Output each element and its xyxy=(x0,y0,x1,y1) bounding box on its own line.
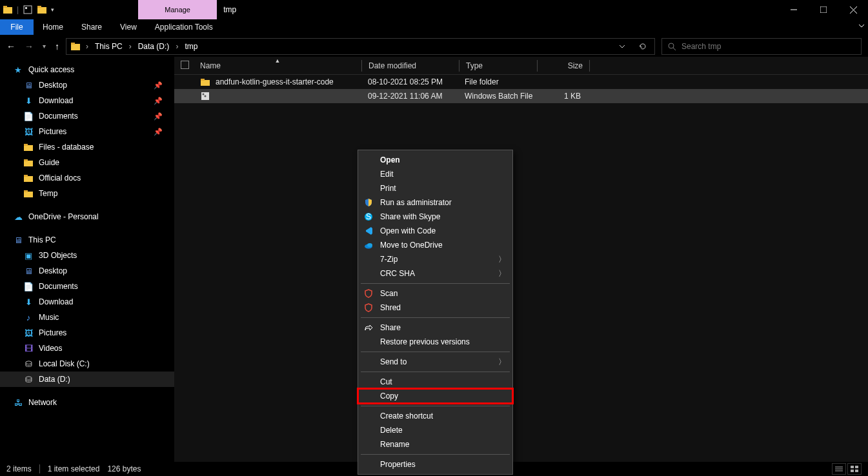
ribbon-expand-icon[interactable] xyxy=(858,22,865,30)
context-menu-share[interactable]: Share xyxy=(358,321,512,335)
pin-icon: 📌 xyxy=(154,81,163,90)
breadcrumb-drive[interactable]: Data (D:) xyxy=(136,42,172,51)
svg-rect-38 xyxy=(855,470,858,472)
tree-quick-access[interactable]: ★ Quick access xyxy=(0,62,174,77)
menu-share[interactable]: Share xyxy=(72,19,111,35)
context-menu-open-with-code[interactable]: Open with Code xyxy=(358,224,512,238)
tree-this-pc[interactable]: 🖥 This PC xyxy=(0,232,174,248)
pin-icon: 📌 xyxy=(154,128,163,136)
context-menu-label: Share with Skype xyxy=(380,212,440,221)
context-menu-shred[interactable]: Shred xyxy=(358,301,512,315)
minimize-button[interactable] xyxy=(779,0,809,19)
sidebar-item-data-d-[interactable]: ⛁Data (D:) xyxy=(0,372,174,387)
sidebar-item-download[interactable]: ⬇Download xyxy=(0,294,174,310)
context-menu-separator xyxy=(361,283,510,284)
context-menu-send-to[interactable]: Send to〉 xyxy=(358,355,512,369)
sidebar-item-pictures[interactable]: 🖼Pictures xyxy=(0,325,174,341)
sidebar-item-music[interactable]: ♪Music xyxy=(0,310,174,325)
ribbon-contextual-tab[interactable]: Manage xyxy=(138,0,217,19)
sidebar-item-pictures[interactable]: 🖼Pictures📌 xyxy=(0,124,174,139)
context-menu-label: Send to xyxy=(380,357,407,366)
context-menu-label: Properties xyxy=(380,460,416,469)
tree-label: Pictures xyxy=(39,127,66,136)
menu-home[interactable]: Home xyxy=(34,19,72,35)
context-menu-share-with-skype[interactable]: SShare with Skype xyxy=(358,210,512,224)
context-menu-cut[interactable]: Cut xyxy=(358,375,512,389)
context-menu-print[interactable]: Print xyxy=(358,181,512,195)
context-menu-delete[interactable]: Delete xyxy=(358,423,512,437)
context-menu-scan[interactable]: Scan xyxy=(358,286,512,301)
sidebar-item-desktop[interactable]: 🖥Desktop xyxy=(0,263,174,279)
sidebar-item-files-database[interactable]: Files - database xyxy=(0,139,174,155)
sidebar-item-desktop[interactable]: 🖥Desktop📌 xyxy=(0,77,174,93)
thumbnails-view-button[interactable] xyxy=(847,463,862,475)
qat-new-folder-icon[interactable] xyxy=(37,5,47,15)
breadcrumb[interactable]: › This PC › Data (D:) › tmp xyxy=(66,38,655,55)
column-type[interactable]: Type xyxy=(459,61,537,70)
sidebar-item-documents[interactable]: 📄Documents📌 xyxy=(0,108,174,124)
tree-label: Files - database xyxy=(39,143,94,152)
qat-dropdown-icon[interactable]: ▾ xyxy=(51,6,54,13)
context-menu-properties[interactable]: Properties xyxy=(358,457,512,471)
context-menu-copy[interactable]: Copy xyxy=(358,389,512,403)
context-menu-label: Open with Code xyxy=(380,226,436,235)
pin-icon: 📌 xyxy=(154,97,163,105)
svg-point-12 xyxy=(669,43,674,48)
back-button[interactable]: ← xyxy=(6,41,15,52)
sidebar-item-download[interactable]: ⬇Download📌 xyxy=(0,93,174,108)
context-menu-crc-sha[interactable]: CRC SHA〉 xyxy=(358,266,512,281)
submenu-arrow-icon: 〉 xyxy=(498,254,506,265)
shield-icon xyxy=(363,197,374,208)
onedrive-icon xyxy=(363,240,374,250)
menu-view[interactable]: View xyxy=(111,19,146,35)
svg-rect-37 xyxy=(851,470,854,472)
column-size[interactable]: Size xyxy=(538,61,589,70)
search-box[interactable] xyxy=(661,38,862,55)
svg-rect-10 xyxy=(71,44,80,50)
tree-onedrive[interactable]: ☁ OneDrive - Personal xyxy=(0,209,174,224)
maximize-button[interactable] xyxy=(809,0,838,19)
column-checkbox[interactable] xyxy=(174,61,194,71)
context-menu-move-to-onedrive[interactable]: Move to OneDrive xyxy=(358,238,512,252)
search-input[interactable] xyxy=(681,42,856,51)
svg-point-25 xyxy=(203,94,205,95)
sidebar-item-videos[interactable]: 🎞Videos xyxy=(0,341,174,356)
address-history-icon[interactable] xyxy=(613,43,631,50)
menu-application-tools[interactable]: Application Tools xyxy=(146,19,222,35)
breadcrumb-this-pc[interactable]: This PC xyxy=(92,42,125,51)
sidebar-item-guide[interactable]: Guide xyxy=(0,155,174,170)
context-menu-restore-previous-versions[interactable]: Restore previous versions xyxy=(358,335,512,349)
breadcrumb-sep-icon[interactable]: › xyxy=(174,42,179,51)
context-menu-edit[interactable]: Edit xyxy=(358,167,512,181)
status-selection-size: 126 bytes xyxy=(107,464,141,473)
close-button[interactable] xyxy=(838,0,868,19)
file-menu[interactable]: File xyxy=(0,19,34,35)
sidebar-item-local-disk-c-[interactable]: ⛁Local Disk (C:) xyxy=(0,356,174,372)
refresh-icon[interactable] xyxy=(634,42,652,51)
tree-network[interactable]: 🖧 Network xyxy=(0,395,174,410)
up-button[interactable]: ↑ xyxy=(55,41,59,52)
context-menu-create-shortcut[interactable]: Create shortcut xyxy=(358,409,512,423)
column-name[interactable]: Name▲ xyxy=(194,61,361,70)
context-menu-run-as-administrator[interactable]: Run as administrator xyxy=(358,195,512,210)
context-menu-rename[interactable]: Rename xyxy=(358,437,512,451)
menu-bar: File Home Share View Application Tools xyxy=(0,19,868,35)
breadcrumb-sep-icon[interactable]: › xyxy=(85,42,90,51)
sidebar-item-3d-objects[interactable]: ▣3D Objects xyxy=(0,248,174,263)
column-date[interactable]: Date modified xyxy=(362,61,459,70)
qat-properties-icon[interactable] xyxy=(23,5,33,15)
forward-button[interactable]: → xyxy=(25,41,34,52)
sidebar-item-documents[interactable]: 📄Documents xyxy=(0,279,174,294)
recent-locations-icon[interactable]: ▾ xyxy=(43,43,46,50)
context-menu-7-zip[interactable]: 7-Zip〉 xyxy=(358,252,512,266)
breadcrumb-folder[interactable]: tmp xyxy=(182,42,200,51)
sidebar-item-official-docs[interactable]: Official docs xyxy=(0,170,174,186)
file-row[interactable]: andfun-kotlin-guess-it-starter-code08-10… xyxy=(174,75,868,89)
svg-rect-18 xyxy=(24,176,33,182)
breadcrumb-sep-icon[interactable]: › xyxy=(128,42,133,51)
context-menu-open[interactable]: Open xyxy=(358,153,512,167)
file-row[interactable]: 09-12-2021 11:06 AMWindows Batch File1 K… xyxy=(174,89,868,103)
column-header-row: Name▲ Date modified Type Size xyxy=(174,57,868,75)
details-view-button[interactable] xyxy=(832,463,846,475)
sidebar-item-temp[interactable]: Temp xyxy=(0,186,174,201)
